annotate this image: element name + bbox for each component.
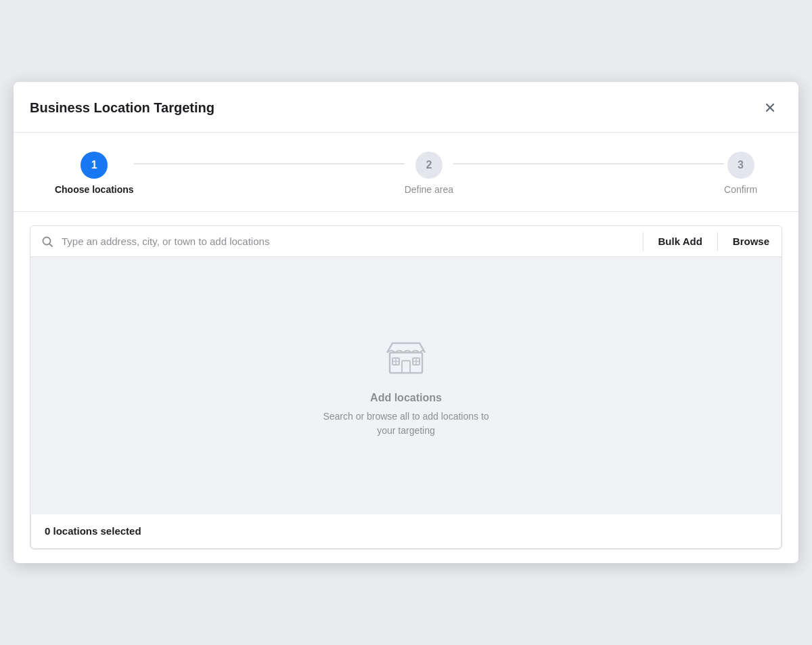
modal-title: Business Location Targeting: [30, 100, 215, 116]
step-1-label: Choose locations: [55, 184, 134, 195]
svg-rect-1: [390, 353, 422, 373]
step-2-circle: 2: [415, 152, 443, 179]
browse-button[interactable]: Browse: [721, 226, 782, 257]
locations-count: 0 locations selected: [45, 525, 141, 537]
empty-state-title: Add locations: [370, 392, 442, 404]
search-container: Bulk Add Browse: [30, 225, 782, 550]
search-divider-2: [717, 232, 718, 251]
locations-count-number: 0: [45, 525, 50, 537]
store-icon: [384, 334, 428, 380]
search-divider: [643, 232, 644, 251]
close-button[interactable]: [758, 95, 782, 120]
step-connector-2-3: [453, 163, 724, 164]
search-icon: [41, 236, 53, 248]
stepper-section: 1 Choose locations 2 Define area 3 Confi…: [14, 133, 798, 212]
locations-count-label: locations selected: [53, 525, 141, 537]
location-search-input[interactable]: [62, 226, 640, 257]
svg-point-0: [43, 237, 51, 244]
empty-state-description: Search or browse all to add locations to…: [318, 409, 494, 438]
step-connector-1-2: [134, 163, 405, 164]
search-bar: Bulk Add Browse: [30, 226, 782, 257]
step-1: 1 Choose locations: [55, 152, 134, 195]
business-location-targeting-modal: Business Location Targeting 1 Choose loc…: [14, 82, 798, 563]
step-3-number: 3: [738, 159, 744, 171]
step-3-circle: 3: [727, 152, 754, 179]
close-icon: [763, 101, 777, 114]
empty-state: Add locations Search or browse all to ad…: [30, 257, 782, 514]
step-2: 2 Define area: [405, 152, 453, 195]
main-content: Bulk Add Browse: [14, 212, 798, 563]
step-2-number: 2: [426, 159, 432, 171]
step-1-number: 1: [91, 159, 97, 171]
search-icon-wrap: [30, 236, 62, 248]
step-1-circle: 1: [81, 152, 108, 179]
step-3: 3 Confirm: [724, 152, 757, 195]
step-3-label: Confirm: [724, 184, 757, 195]
modal-header: Business Location Targeting: [14, 82, 798, 133]
locations-footer: 0 locations selected: [30, 514, 782, 549]
stepper: 1 Choose locations 2 Define area 3 Confi…: [46, 152, 766, 195]
step-2-label: Define area: [405, 184, 453, 195]
bulk-add-button[interactable]: Bulk Add: [646, 226, 715, 257]
svg-rect-2: [402, 361, 410, 373]
